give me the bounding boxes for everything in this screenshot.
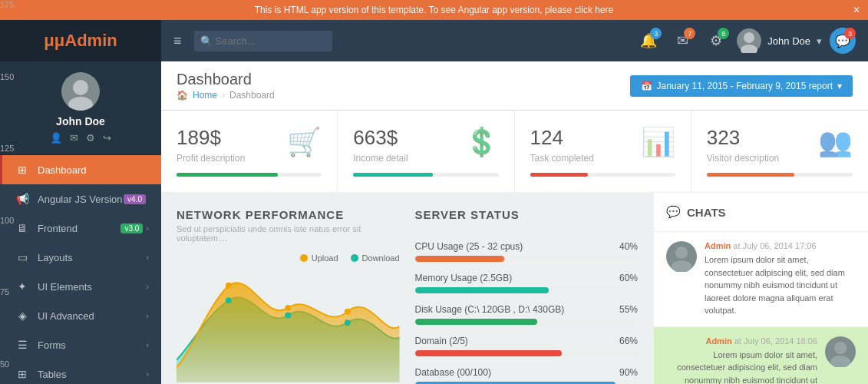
disk-percent: 55%: [619, 304, 638, 315]
sidebar-item-layouts[interactable]: ▭ Layouts ›: [0, 243, 161, 272]
ui-elements-icon: ✦: [15, 280, 30, 293]
svg-point-3: [741, 45, 757, 53]
sidebar-item-angular[interactable]: 📢 Angular JS Version v4.0: [0, 184, 161, 214]
chat-text-1: Lorem ipsum dolor sit amet, consectetuer…: [705, 253, 856, 317]
chat-username-1[interactable]: Admin: [705, 241, 731, 250]
sidebar-item-dashboard[interactable]: ⊞ Dashboard: [0, 155, 161, 184]
breadcrumb-current: Dashboard: [229, 90, 275, 101]
home-icon: 🏠: [177, 90, 188, 101]
chat-text-2: Lorem ipsum dolor sit amet, consectetuer…: [666, 349, 817, 385]
chat-timestamp-2: at July 06, 2014 18:06: [734, 336, 817, 346]
top-bar-message: This is HTML app version of this templat…: [255, 5, 614, 15]
cpu-bar: [415, 256, 639, 262]
layouts-icon: ▭: [15, 251, 30, 263]
search-input[interactable]: [194, 31, 332, 51]
memory-label: Memory Usage (2.5GB) 60%: [415, 273, 639, 283]
chat-item-2: Admin at July 06, 2014 18:06 Lorem ipsum…: [654, 327, 868, 385]
sidebar-item-label: Dashboard: [38, 164, 149, 176]
chart-dot: [226, 283, 232, 289]
chevron-right-icon: ›: [146, 369, 149, 379]
forms-icon: ☰: [15, 339, 30, 351]
chart-legend: Upload Download: [177, 253, 400, 263]
chat-body-1: Admin at July 06, 2014 17:06 Lorem ipsum…: [705, 241, 856, 317]
cpu-bar-fill: [415, 256, 504, 262]
memory-bar: [415, 287, 639, 293]
main-header: ≡ 🔍 🔔 3 ✉ 7 ⚙ 8: [161, 20, 868, 61]
header-search: 🔍: [194, 31, 332, 51]
stat-card-income: 663$ Income detail 💲: [338, 111, 514, 192]
chat-badge-area: 💬 3: [830, 28, 856, 54]
sidebar-item-label: UI Elements: [38, 281, 146, 293]
search-icon: 🔍: [200, 35, 213, 47]
sidebar-user-actions: 👤 ✉ ⚙ ↪: [50, 132, 111, 144]
close-topbar-button[interactable]: ✕: [853, 5, 860, 15]
server-status-section: SERVER STATUS CPU Usage (25 - 32 cpus) 4…: [415, 208, 639, 384]
domain-percent: 66%: [619, 336, 638, 346]
download-legend-dot: [351, 254, 358, 262]
svg-point-0: [73, 80, 88, 95]
dashboard-icon: ⊞: [15, 164, 30, 176]
visitors-bar: [707, 173, 853, 177]
page-title: Dashboard: [177, 71, 275, 88]
sidebar-user-section: John Doe 👤 ✉ ⚙ ↪: [0, 61, 161, 155]
two-col-layout: NETWORK PERFORMANCE Sed ut perspiciatis …: [177, 208, 638, 384]
people-icon: 👥: [818, 126, 853, 158]
user-profile-icon[interactable]: 👤: [50, 132, 62, 144]
date-range-label: January 11, 2015 - February 9, 2015 repo…: [657, 81, 833, 91]
sidebar-username: John Doe: [56, 115, 105, 127]
messages-button[interactable]: ✉ 7: [669, 28, 695, 54]
chevron-right-icon: ›: [146, 253, 149, 262]
disk-bar-fill: [415, 319, 538, 325]
profit-bar: [177, 173, 322, 177]
chart-icon: 📊: [641, 126, 675, 158]
angular-badge: v4.0: [124, 194, 146, 204]
chevron-right-icon: ›: [146, 311, 149, 320]
domain-bar: [415, 350, 639, 356]
user-settings-icon[interactable]: ⚙: [86, 132, 95, 144]
header-username: John Doe: [767, 35, 810, 47]
chat-username-2[interactable]: Admin: [705, 336, 731, 346]
sidebar-item-ui-elements[interactable]: ✦ UI Elements ›: [0, 272, 161, 301]
breadcrumb-separator: ›: [222, 90, 225, 101]
visitors-bar-fill: [707, 173, 794, 177]
chart-dot: [285, 313, 291, 319]
notifications-count: 3: [650, 28, 662, 39]
breadcrumb-home-link[interactable]: Home: [193, 90, 217, 101]
user-logout-icon[interactable]: ↪: [103, 132, 111, 144]
chat-count-badge: 3: [844, 28, 856, 39]
notifications-button[interactable]: 🔔 3: [635, 28, 662, 54]
server-metric-db: Database (00/100) 90%: [415, 367, 639, 384]
settings-button[interactable]: ⚙ 8: [703, 28, 729, 54]
user-menu-button[interactable]: John Doe ▾: [737, 28, 822, 53]
svg-point-4: [675, 247, 688, 259]
sidebar-item-ui-advanced[interactable]: ◈ UI Advanced ›: [0, 301, 161, 330]
sidebar-user-avatar: [61, 72, 100, 111]
breadcrumb: 🏠 Home › Dashboard: [177, 90, 275, 101]
sidebar-item-tables[interactable]: ⊞ Tables ›: [0, 359, 161, 384]
svg-point-5: [672, 260, 691, 272]
svg-point-2: [744, 32, 754, 43]
date-range-button[interactable]: 📅 January 11, 2015 - February 9, 2015 re…: [630, 75, 853, 97]
chat-item-1: Admin at July 06, 2014 17:06 Lorem ipsum…: [654, 232, 868, 327]
server-title: SERVER STATUS: [415, 208, 639, 221]
disk-bar: [415, 319, 639, 325]
chats-panel: 💬 CHATS Admin a: [653, 193, 868, 384]
network-performance-section: NETWORK PERFORMANCE Sed ut perspiciatis …: [177, 208, 400, 384]
sidebar: μμAdmin John Doe 👤 ✉ ⚙ ↪ ⊞ Dashboard: [0, 20, 161, 384]
db-percent: 90%: [619, 367, 638, 378]
chat-timestamp-1: at July 06, 2014 17:06: [733, 241, 816, 250]
download-legend-label: Download: [362, 253, 400, 263]
sidebar-item-frontend[interactable]: 🖥 Frontend v3.0 ›: [0, 214, 161, 243]
cpu-label: CPU Usage (25 - 32 cpus) 40%: [415, 241, 639, 252]
memory-percent: 60%: [619, 273, 638, 283]
chat-bubble-icon: 💬: [666, 205, 681, 219]
profit-bar-fill: [177, 173, 278, 177]
sidebar-item-forms[interactable]: ☰ Forms ›: [0, 330, 161, 359]
cart-icon: 🛒: [287, 126, 322, 158]
chat-body-2: Admin at July 06, 2014 18:06 Lorem ipsum…: [666, 336, 817, 385]
toggle-sidebar-button[interactable]: ≡: [173, 33, 182, 49]
header-left: ≡ 🔍: [173, 31, 332, 51]
user-email-icon[interactable]: ✉: [70, 132, 78, 144]
chart-dot: [226, 297, 232, 303]
chat-avatar-1: [666, 241, 697, 272]
